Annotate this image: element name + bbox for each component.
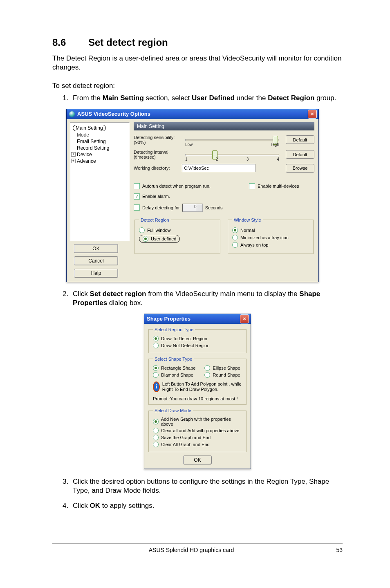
sensibility-label: Detecting sensibility: <box>134 135 179 140</box>
draw-mode-group: Select Draw Mode Add New Graph with the … <box>148 408 247 452</box>
options-title: ASUS VideoSecurity Options <box>77 111 150 117</box>
intro-paragraph: The Detect Region is a user-defined area… <box>52 54 343 72</box>
page-number: 53 <box>330 547 343 553</box>
window-style-group: Window Style Normal Minimized as a tray … <box>228 218 314 254</box>
sensibility-slider[interactable]: LowHigh <box>182 135 282 145</box>
clear-add-radio[interactable]: Clear all and Add with properties above <box>153 428 242 433</box>
delay-checkbox[interactable]: Delay detecting for 0 Seconds <box>134 204 243 212</box>
ellipse-radio[interactable]: Ellipse Shape <box>204 365 240 371</box>
draw-to-radio[interactable]: Draw To Detect Region <box>153 336 242 341</box>
nav-tree: Main Setting Mode Email Setting Record S… <box>70 122 130 241</box>
full-window-radio[interactable]: Full window <box>139 227 216 233</box>
step-3: Click the desired option buttons to conf… <box>70 477 343 496</box>
autorun-checkbox[interactable]: Autorun detect when program run. <box>134 183 243 189</box>
tree-email[interactable]: Email Setting <box>71 138 128 145</box>
top-radio[interactable]: Always on top <box>232 242 309 248</box>
shape-properties-window: Shape Properties × Select Region Type Dr… <box>144 314 251 469</box>
steps-list-2: Click Set detect region from the VideoSe… <box>52 290 343 308</box>
tree-main-setting[interactable]: Main Setting <box>71 124 128 132</box>
workdir-label: Working directory: <box>134 166 179 171</box>
step-2: Click Set detect region from the VideoSe… <box>70 290 343 308</box>
browse-button[interactable]: Browse <box>286 164 314 173</box>
panel-title: Main Setting <box>134 122 314 130</box>
tree-mode[interactable]: Mode <box>71 132 128 138</box>
lead-in: To set detect region: <box>52 81 343 90</box>
page-footer: ASUS Splendid HD graphics card 53 <box>52 543 343 553</box>
interval-label: Detecting interval: <box>134 150 179 155</box>
steps-list-3: Click the desired option buttons to conf… <box>52 477 343 510</box>
diamond-radio[interactable]: Diamond Shape <box>153 372 195 378</box>
info-icon: i <box>153 382 160 392</box>
detect-region-group: Detect Region Full window User defined <box>134 218 220 254</box>
shape-titlebar: Shape Properties × <box>144 314 251 324</box>
draw-not-radio[interactable]: Draw Not Detect Region <box>153 343 242 348</box>
close-icon[interactable]: × <box>240 314 249 323</box>
round-radio[interactable]: Round Shape <box>204 372 240 378</box>
step-1: From the Main Setting section, select Us… <box>70 94 343 103</box>
tree-advance[interactable]: Advance <box>71 158 128 164</box>
footer-text: ASUS Splendid HD graphics card <box>149 547 234 553</box>
interval-unit: (times/sec) <box>134 155 179 159</box>
user-defined-radio[interactable]: User defined <box>139 235 216 243</box>
hint-row: i Left Button To Add Polygon point , whi… <box>153 382 242 392</box>
steps-list: From the Main Setting section, select Us… <box>52 94 343 103</box>
prompt-text: Prompt :You can draw 10 regions at most … <box>153 396 242 401</box>
clear-end-radio[interactable]: Clear All Graph and End <box>153 442 242 447</box>
add-new-radio[interactable]: Add New Graph with the properties above <box>153 417 242 426</box>
region-type-group: Select Region Type Draw To Detect Region… <box>148 327 247 353</box>
normal-radio[interactable]: Normal <box>232 227 309 233</box>
tree-device[interactable]: Device <box>71 151 128 158</box>
shape-ok-button[interactable]: OK <box>183 456 212 465</box>
help-button[interactable]: Help <box>74 269 118 278</box>
shape-title: Shape Properties <box>147 316 191 322</box>
tray-radio[interactable]: Minimized as a tray icon <box>232 235 309 240</box>
section-heading: 8.6Set detect region <box>52 37 343 48</box>
options-window: ASUS VideoSecurity Options × Main Settin… <box>66 109 319 282</box>
shape-type-group: Select Shape Type Rectangle Shape Diamon… <box>148 357 247 405</box>
sensibility-default-button[interactable]: Default <box>286 135 314 144</box>
ok-button[interactable]: OK <box>74 244 118 253</box>
interval-default-button[interactable]: Default <box>286 150 314 159</box>
tree-record[interactable]: Record Setting <box>71 145 128 151</box>
app-icon <box>69 111 75 117</box>
interval-slider[interactable]: 1 2 3 4 <box>182 149 282 160</box>
rectangle-radio[interactable]: Rectangle Shape <box>153 365 195 371</box>
step-4: Click OK to apply settings. <box>70 501 343 510</box>
workdir-input[interactable] <box>182 164 256 172</box>
sensibility-value: (90%) <box>134 140 179 145</box>
options-titlebar: ASUS VideoSecurity Options × <box>67 109 318 119</box>
section-title: Set detect region <box>88 37 168 48</box>
multi-devices-checkbox[interactable]: Enable multi-devices <box>249 183 314 189</box>
enable-alarm-checkbox[interactable]: ✓Enable alarm. <box>134 193 243 200</box>
section-number: 8.6 <box>52 37 88 48</box>
delay-spinner[interactable]: 0 <box>182 204 203 212</box>
cancel-button[interactable]: Cancel <box>74 256 118 265</box>
save-end-radio[interactable]: Save the Graph and End <box>153 435 242 440</box>
close-icon[interactable]: × <box>308 110 317 119</box>
